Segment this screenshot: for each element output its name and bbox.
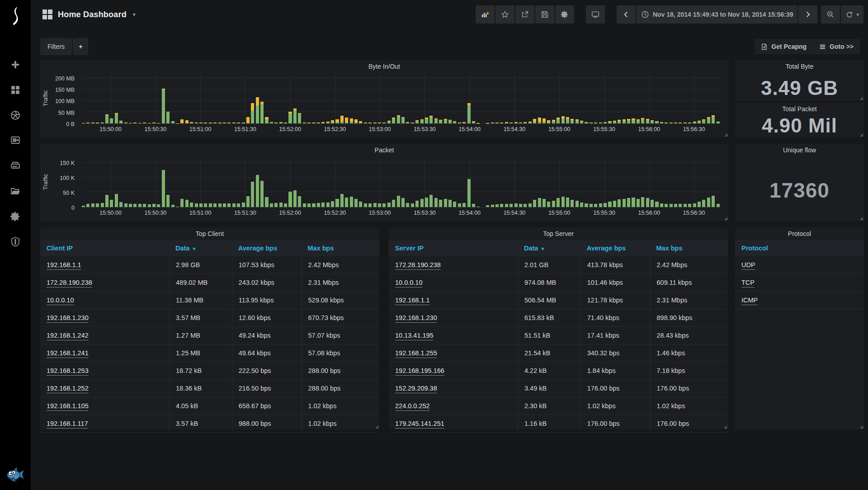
column-header-data[interactable]: Data▼ (518, 245, 580, 252)
bar-segment-bytes-in (148, 123, 151, 123)
column-header-client-ip[interactable]: Client IP (40, 245, 169, 252)
panel-resize-handle[interactable] (724, 425, 727, 429)
panel-resize-handle[interactable] (860, 425, 863, 429)
panel-resize-handle[interactable] (375, 425, 378, 429)
panel-title[interactable]: Top Server (389, 227, 728, 240)
bar-segment-packets (538, 198, 541, 207)
bar-segment-packets (707, 198, 710, 207)
cell-link[interactable]: 192.168.1.241 (47, 349, 89, 357)
drive-icon[interactable] (9, 160, 21, 172)
aperture-icon[interactable] (9, 109, 21, 121)
cell-link[interactable]: 192.168.1.242 (47, 332, 89, 339)
bar-segment-bytes-out (411, 122, 414, 123)
cell-link[interactable]: 152.29.209.38 (395, 385, 437, 392)
column-header-max-bps[interactable]: Max bps (302, 245, 380, 252)
cell-link[interactable]: TCP (741, 279, 755, 286)
bar-segment-bytes-in (331, 122, 334, 124)
gear-icon[interactable] (9, 211, 21, 222)
bar-segment-packets (448, 200, 452, 207)
add-icon[interactable] (9, 59, 21, 71)
cell-link[interactable]: 192.168.1.1 (395, 297, 430, 304)
save-button[interactable] (535, 5, 554, 24)
byte-chart-plot[interactable]: 15:50:0015:50:3015:51:0015:51:3015:52:00… (82, 75, 721, 124)
vault-icon[interactable] (9, 135, 21, 146)
panel-title[interactable]: Top Client (40, 227, 379, 240)
cell-link[interactable]: 192.168.1.117 (47, 420, 88, 427)
panel-resize-handle[interactable] (724, 217, 727, 220)
bar-segment-packets (298, 196, 301, 207)
column-header-data[interactable]: Data▼ (169, 245, 232, 252)
refresh-dropdown-caret[interactable]: ▾ (856, 12, 859, 18)
bar-segment-bytes-out (157, 123, 160, 123)
packet-chart-plot[interactable]: 15:50:0015:50:3015:51:0015:51:3015:52:00… (82, 158, 721, 207)
column-header-average-bps[interactable]: Average bps (580, 245, 650, 252)
bar-segment-bytes-out (684, 122, 687, 123)
goto-button[interactable]: Goto >> (813, 39, 860, 54)
table-row: 192.168.1.12.98 GB107.53 kbps2.42 Mbps (40, 256, 379, 274)
settings-button[interactable] (555, 5, 574, 24)
panel-title[interactable]: Protocol (735, 227, 864, 240)
cell-link[interactable]: 192.168.1.105 (47, 402, 89, 410)
filters-button[interactable]: Filters (40, 38, 72, 55)
panel-title[interactable]: Total Byte (735, 60, 864, 73)
cell-link[interactable]: 192.168.1.252 (47, 385, 89, 392)
cell-link[interactable]: 172.28.190.238 (395, 261, 441, 269)
cell-link[interactable]: 10.0.0.10 (47, 297, 74, 304)
bar-segment-bytes-out (303, 122, 306, 123)
table-body: 192.168.1.12.98 GB107.53 kbps2.42 Mbps17… (40, 256, 379, 433)
column-header-average-bps[interactable]: Average bps (232, 245, 302, 252)
bar-segment-bytes-in (392, 118, 395, 123)
add-filter-button[interactable]: + (73, 38, 88, 55)
table-row: 152.29.209.383.49 kB176.00 bps176.00 bps (389, 380, 728, 397)
cycle-view-button[interactable] (586, 5, 605, 24)
cell-link[interactable]: 192.168.195.166 (395, 367, 444, 374)
fish-logo[interactable] (5, 466, 25, 484)
star-button[interactable] (495, 5, 514, 24)
cell-link[interactable]: 10.0.0.10 (395, 279, 422, 286)
share-button[interactable] (515, 5, 534, 24)
time-back-button[interactable] (617, 5, 636, 24)
cell-link[interactable]: 192.168.1.253 (47, 367, 89, 374)
y-tick-label: 0 B (66, 121, 75, 127)
column-header-max-bps[interactable]: Max bps (650, 245, 728, 252)
cell-link[interactable]: 10.13.41.195 (395, 332, 434, 339)
cell-link[interactable]: 192.168.1.1 (47, 261, 81, 269)
cell-link[interactable]: 224.0.0.252 (395, 402, 430, 410)
link-cell: 192.168.1.105 (40, 397, 169, 415)
table-row: 224.0.0.2522.30 kB1.02 kbps1.02 kbps (389, 397, 728, 415)
app-logo[interactable] (0, 4, 31, 28)
grid-icon (42, 9, 52, 19)
column-header-protocol[interactable]: Protocol (735, 245, 864, 252)
time-forward-button[interactable] (798, 5, 817, 24)
add-graph-button[interactable] (476, 5, 495, 24)
panel-title[interactable]: Unique flow (735, 144, 864, 156)
cell-link[interactable]: 172.28.190.238 (47, 279, 92, 286)
cell-link[interactable]: UDP (741, 261, 755, 269)
cell-link[interactable]: 179.245.141.251 (395, 420, 444, 427)
refresh-button[interactable]: ▾ (841, 5, 863, 24)
dashboard-picker[interactable]: Home Dashboard ▾ (31, 9, 136, 19)
bar-segment-packets (335, 199, 339, 207)
panel-title[interactable]: Byte In/Out (40, 60, 728, 73)
zoom-out-button[interactable] (821, 5, 840, 24)
column-header-server-ip[interactable]: Server IP (389, 245, 518, 252)
shield-icon[interactable] (9, 236, 21, 248)
time-range-picker[interactable]: Nov 18, 2014 15:49:43 to Nov 18, 2014 15… (637, 5, 798, 24)
panel-resize-handle[interactable] (724, 133, 727, 137)
panel-resize-handle[interactable] (860, 133, 863, 137)
dashboards-grid-icon[interactable] (9, 84, 21, 96)
bar-segment-bytes-in (651, 121, 654, 123)
get-pcapng-button[interactable]: Get Pcapng (755, 39, 813, 54)
folder-icon[interactable] (9, 185, 21, 197)
panel-resize-handle[interactable] (860, 97, 863, 100)
value-cell: 2.42 Mbps (302, 256, 380, 273)
bar-segment-packets (604, 203, 607, 207)
panel-title[interactable]: Packet (40, 144, 728, 156)
cell-link[interactable]: 192.168.1.230 (47, 314, 89, 321)
cell-link[interactable]: 192.168.1.230 (395, 314, 437, 321)
cell-link[interactable]: 192.168.1.255 (395, 349, 437, 357)
cell-link[interactable]: ICMP (741, 297, 758, 304)
panel-resize-handle[interactable] (860, 217, 863, 220)
bar-segment-bytes-out (401, 117, 405, 118)
table-row: 192.168.1.1054.05 kB658.67 bps1.02 kbps (40, 397, 379, 415)
